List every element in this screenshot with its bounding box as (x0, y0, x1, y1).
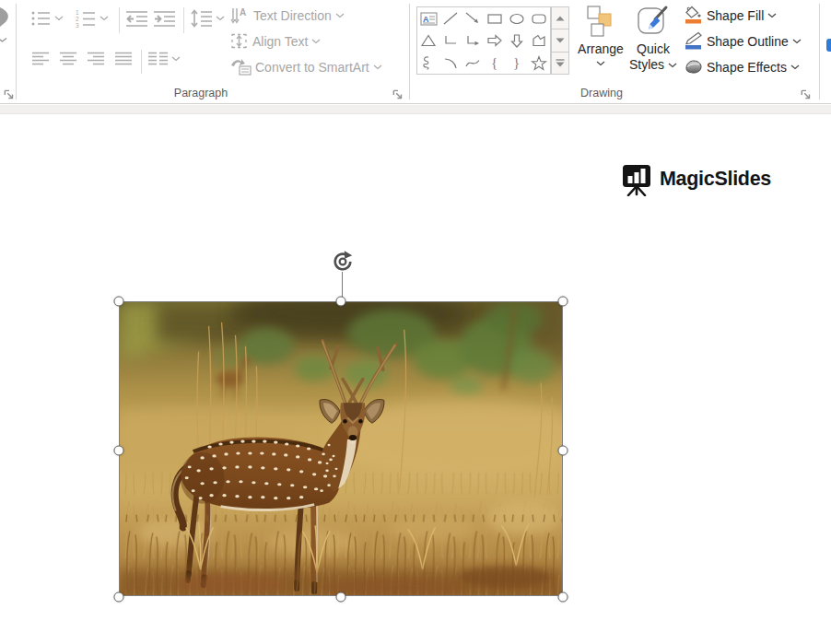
shape-line-icon[interactable] (439, 7, 462, 29)
slide-canvas[interactable]: MagicSlides (0, 115, 831, 644)
clipped-next-group-icon[interactable] (826, 39, 831, 52)
shape-elbow-arrow-connector-icon[interactable] (462, 29, 484, 52)
separator (183, 7, 184, 33)
shape-curve-icon[interactable] (462, 52, 484, 74)
shape-outline-icon (684, 31, 703, 51)
bullets-icon (30, 9, 51, 28)
shape-outline-label: Shape Outline (707, 34, 789, 49)
shape-fill-button[interactable]: Shape Fill (684, 6, 777, 25)
convert-to-smartart-icon (230, 58, 252, 76)
ribbon: 123 (0, 0, 831, 104)
shape-rounded-rectangle-icon[interactable] (528, 7, 550, 29)
shape-scribble-icon[interactable] (417, 52, 439, 74)
shape-right-brace-icon[interactable]: } (506, 52, 528, 74)
chevron-down-icon (335, 13, 345, 18)
resize-handle-middle-left[interactable] (114, 446, 124, 456)
group-divider (16, 4, 17, 100)
shape-star-icon[interactable] (528, 52, 550, 74)
chevron-down-icon (790, 64, 800, 70)
drawing-group-label: Drawing (410, 87, 793, 100)
shape-gallery-scrollbar (551, 6, 569, 75)
svg-text:3: 3 (76, 22, 79, 28)
chevron-down-icon (373, 64, 382, 70)
line-spacing-icon (191, 8, 212, 29)
shape-freeform-icon[interactable] (528, 29, 550, 52)
shape-fill-label: Shape Fill (707, 8, 764, 23)
gallery-more-button[interactable] (551, 53, 569, 75)
align-center-button[interactable] (60, 52, 76, 65)
resize-handle-bottom-left[interactable] (114, 592, 124, 603)
justify-button[interactable] (115, 52, 132, 65)
magicslides-logo[interactable]: MagicSlides (622, 162, 771, 196)
quick-styles-label-line1: Quick (637, 41, 670, 57)
chevron-down-icon (54, 16, 64, 21)
justify-icon (115, 52, 132, 65)
bullets-button[interactable] (30, 9, 64, 28)
shape-oval-icon[interactable] (506, 7, 528, 29)
font-dialog-launcher[interactable] (3, 88, 16, 101)
align-right-button[interactable] (88, 52, 104, 65)
paragraph-dialog-launcher[interactable] (392, 88, 404, 101)
rotate-handle-stem (342, 272, 343, 298)
align-left-button[interactable] (32, 52, 49, 65)
align-left-icon (32, 52, 49, 65)
align-text-label: Align Text (252, 34, 308, 49)
decrease-indent-button[interactable] (126, 9, 147, 28)
shape-left-brace-icon[interactable]: { (484, 52, 506, 74)
resize-handle-bottom-center[interactable] (336, 592, 346, 603)
numbering-icon: 123 (76, 9, 96, 28)
line-spacing-button[interactable] (191, 8, 225, 29)
clipped-ribbon-icon[interactable] (0, 6, 13, 29)
align-right-icon (88, 52, 104, 65)
chevron-down-icon (668, 63, 677, 68)
convert-to-smartart-button[interactable]: Convert to SmartArt (230, 58, 382, 76)
convert-to-smartart-label: Convert to SmartArt (255, 60, 369, 75)
align-text-button[interactable]: Align Text (230, 32, 321, 51)
shape-fill-icon (684, 6, 703, 25)
deer-picture[interactable] (119, 301, 563, 596)
resize-handle-bottom-right[interactable] (558, 592, 568, 603)
columns-button[interactable] (148, 52, 181, 65)
gallery-scroll-up-button[interactable] (551, 6, 569, 29)
quick-styles-icon (635, 5, 672, 41)
arrange-label: Arrange (578, 41, 624, 57)
shape-effects-label: Shape Effects (707, 60, 787, 75)
shape-rectangle-icon[interactable] (484, 7, 506, 29)
resize-handle-top-right[interactable] (558, 297, 568, 307)
shape-text-box-icon[interactable]: A (417, 7, 439, 29)
resize-handle-top-center[interactable] (336, 297, 346, 307)
separator (119, 7, 120, 33)
shape-isosceles-triangle-icon[interactable] (417, 29, 439, 52)
shape-arrow-right-icon[interactable] (484, 29, 506, 52)
separator (141, 50, 142, 74)
arrange-button[interactable]: Arrange (577, 6, 625, 66)
shape-elbow-connector-icon[interactable] (439, 29, 462, 52)
shape-effects-button[interactable]: Shape Effects (684, 57, 800, 76)
ribbon-bottom-strip (0, 105, 831, 114)
resize-handle-top-left[interactable] (114, 297, 124, 307)
shape-effects-icon (684, 57, 703, 76)
numbering-button[interactable]: 123 (76, 9, 109, 28)
shape-arrow-down-icon[interactable] (506, 29, 528, 52)
chevron-down-icon (596, 61, 605, 66)
gallery-scroll-down-button[interactable] (551, 29, 569, 52)
text-direction-button[interactable]: A Text Direction (230, 6, 345, 25)
svg-text:{: { (491, 55, 497, 70)
chevron-down-icon (792, 39, 802, 44)
drawing-dialog-launcher[interactable] (800, 88, 813, 101)
rotate-handle[interactable] (331, 250, 355, 274)
shape-line-arrow-icon[interactable] (462, 7, 484, 29)
chevron-down-icon (171, 56, 181, 62)
paragraph-group-label: Paragraph (17, 87, 385, 100)
clipped-chevron-icon[interactable] (0, 37, 8, 43)
resize-handle-middle-right[interactable] (558, 446, 568, 456)
shape-outline-button[interactable]: Shape Outline (684, 31, 802, 51)
align-center-icon (60, 52, 76, 65)
quick-styles-label-line2: Styles (629, 57, 664, 73)
quick-styles-button[interactable]: Quick Styles (628, 5, 678, 73)
arrange-icon (585, 6, 616, 39)
group-divider (409, 4, 410, 100)
shape-arc-icon[interactable] (439, 52, 462, 74)
increase-indent-button[interactable] (154, 9, 175, 28)
magicslides-logo-text: MagicSlides (660, 168, 771, 191)
